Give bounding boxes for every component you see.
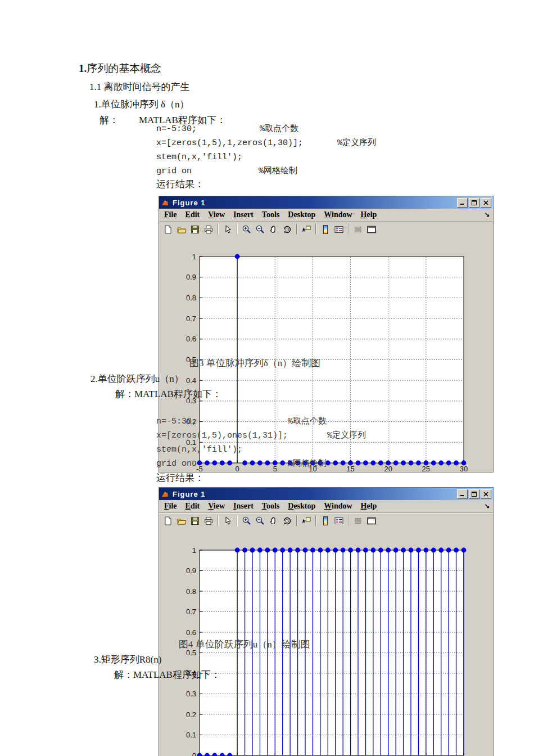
- svg-text:30: 30: [460, 465, 468, 473]
- menu-window[interactable]: Window: [324, 210, 352, 219]
- svg-text:0.7: 0.7: [186, 608, 196, 616]
- svg-text:0: 0: [192, 459, 196, 467]
- item-1-title: 1.单位脉冲序列 δ（n）: [94, 99, 189, 110]
- zoom-out-icon: [255, 224, 265, 235]
- code-comment: %定义序列: [327, 431, 366, 440]
- hide-plot-tools-button[interactable]: [351, 223, 365, 236]
- close-icon: [483, 492, 488, 497]
- printer-icon: [203, 224, 214, 235]
- figure-3-caption: 图3 单位脉冲序列δ（n）绘制图: [189, 358, 320, 369]
- window-titlebar[interactable]: Figure 1: [159, 488, 493, 500]
- toolbar-separator: [348, 224, 349, 235]
- minimize-button[interactable]: [457, 198, 468, 208]
- menu-help[interactable]: Help: [361, 502, 377, 511]
- menu-help[interactable]: Help: [361, 210, 377, 219]
- edit-plot-button[interactable]: [221, 223, 234, 236]
- menu-desktop[interactable]: Desktop: [288, 502, 315, 511]
- svg-text:0.4: 0.4: [186, 376, 196, 385]
- item-3-title: 3.矩形序列R8(n): [94, 654, 161, 665]
- insert-legend-button[interactable]: [332, 223, 346, 236]
- new-figure-button[interactable]: [161, 515, 175, 527]
- close-icon: [483, 200, 488, 205]
- svg-text:20: 20: [384, 465, 392, 473]
- toolbar-separator: [315, 515, 316, 526]
- menu-file[interactable]: File: [164, 210, 177, 219]
- menu-insert[interactable]: Insert: [233, 502, 254, 511]
- menu-view[interactable]: View: [208, 210, 225, 219]
- rotate-3d-button[interactable]: [280, 515, 294, 527]
- zoom-in-icon: [242, 516, 252, 526]
- maximize-icon: [472, 492, 477, 497]
- toolbar-separator: [237, 224, 238, 235]
- menu-edit[interactable]: Edit: [185, 210, 200, 219]
- menu-tools[interactable]: Tools: [262, 502, 279, 511]
- menu-view[interactable]: View: [208, 502, 225, 511]
- code-comment: %取点个数: [288, 417, 327, 426]
- menu-edit[interactable]: Edit: [185, 502, 200, 511]
- save-button[interactable]: [188, 223, 202, 236]
- close-button[interactable]: [481, 489, 491, 499]
- window-titlebar[interactable]: Figure 1: [159, 196, 493, 209]
- zoom-out-button[interactable]: [254, 515, 267, 527]
- menu-file[interactable]: File: [164, 502, 177, 511]
- svg-text:0.6: 0.6: [186, 335, 196, 343]
- matlab-figure-window-2: Figure 1 File Edit View Insert Tools Des…: [159, 487, 494, 756]
- menu-bar: File Edit View Insert Tools Desktop Wind…: [159, 209, 493, 222]
- rotate-3d-button[interactable]: [280, 223, 294, 236]
- show-plot-tools-button[interactable]: [365, 515, 378, 527]
- code-comment: %网格绘制: [288, 459, 327, 469]
- data-cursor-icon: [301, 224, 311, 235]
- printer-icon: [203, 516, 214, 526]
- open-folder-icon: [177, 516, 187, 526]
- open-file-button[interactable]: [175, 223, 188, 236]
- toolbar-separator: [237, 515, 238, 526]
- dock-axes-icon: [366, 516, 377, 526]
- code-comment: %网格绘制: [259, 166, 297, 176]
- minimize-button[interactable]: [457, 489, 468, 499]
- cursor-arrow-icon: [223, 224, 233, 235]
- maximize-button[interactable]: [469, 198, 479, 208]
- new-document-icon: [163, 224, 173, 235]
- edit-plot-button[interactable]: [221, 515, 234, 527]
- svg-text:0.8: 0.8: [186, 294, 196, 302]
- inactive-square-icon: [353, 224, 363, 235]
- open-file-button[interactable]: [175, 515, 188, 527]
- print-button[interactable]: [202, 515, 215, 527]
- menu-insert[interactable]: Insert: [233, 210, 254, 219]
- document-page: Figure 1 File Edit View Insert Tools Des…: [0, 0, 534, 756]
- save-button[interactable]: [188, 515, 202, 527]
- zoom-in-icon: [242, 224, 252, 235]
- svg-text:-5: -5: [196, 465, 203, 473]
- window-title: Figure 1: [173, 490, 456, 498]
- print-button[interactable]: [202, 223, 215, 236]
- menu-tools[interactable]: Tools: [262, 210, 279, 219]
- zoom-out-button[interactable]: [254, 223, 267, 236]
- section-number: 1.: [79, 62, 87, 74]
- menu-desktop[interactable]: Desktop: [288, 210, 315, 219]
- section-heading: 1.序列的基本概念: [79, 62, 161, 75]
- code-comment: %取点个数: [260, 124, 298, 134]
- pan-button[interactable]: [267, 223, 280, 236]
- show-plot-tools-button[interactable]: [365, 223, 378, 236]
- insert-legend-button[interactable]: [332, 515, 346, 527]
- toolbar: [159, 222, 493, 237]
- zoom-in-button[interactable]: [240, 515, 254, 527]
- data-cursor-button[interactable]: [300, 223, 313, 236]
- zoom-in-button[interactable]: [240, 223, 254, 236]
- legend-icon: [334, 224, 344, 235]
- close-button[interactable]: [481, 198, 491, 208]
- pan-button[interactable]: [267, 515, 280, 527]
- data-cursor-button[interactable]: [300, 515, 313, 527]
- menu-window[interactable]: Window: [324, 502, 352, 511]
- save-floppy-icon: [190, 224, 200, 235]
- insert-colorbar-button[interactable]: [319, 515, 332, 527]
- maximize-button[interactable]: [469, 489, 479, 499]
- insert-colorbar-button[interactable]: [319, 223, 332, 236]
- code2-line-1: n=-5:30;%取点个数: [156, 417, 197, 426]
- svg-text:5: 5: [273, 465, 277, 473]
- new-figure-button[interactable]: [161, 223, 175, 236]
- hide-plot-tools-button[interactable]: [351, 515, 365, 527]
- cursor-arrow-icon: [223, 516, 233, 526]
- menu-overflow-arrow-icon: ↘: [484, 502, 490, 510]
- code2-line-2: x=[zeros(1,5),ones(1,31)];%定义序列: [156, 431, 288, 440]
